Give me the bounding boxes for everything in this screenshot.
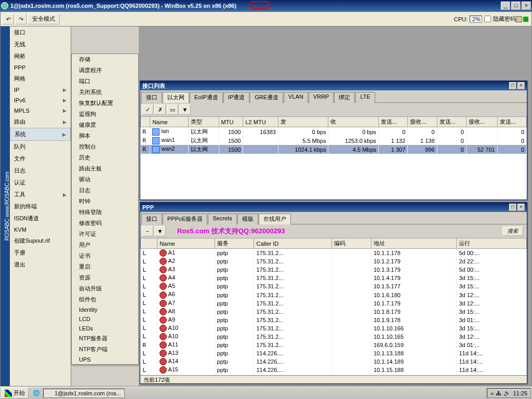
- column-header[interactable]: 发: [278, 117, 328, 127]
- submenu-item-7[interactable]: 脚本: [72, 130, 138, 141]
- submenu-item-5[interactable]: 监视狗: [72, 109, 138, 119]
- ppp-user-row[interactable]: L A17 pptp114.226....10.1.17.18811d 13:.…: [141, 374, 527, 375]
- menu-item-7[interactable]: MPLS▶: [10, 105, 71, 116]
- menu-item-12[interactable]: 日志: [10, 165, 71, 177]
- comment-button[interactable]: ▭: [167, 104, 178, 115]
- submenu-item-13[interactable]: 时钟: [72, 196, 138, 207]
- tray-volume-icon[interactable]: 🔊: [503, 390, 511, 396]
- tray-chevron-icon[interactable]: «: [490, 390, 494, 396]
- submenu-item-12[interactable]: 日志: [72, 185, 138, 196]
- ppp-tab-0[interactable]: 接口: [141, 214, 162, 224]
- ppp-user-row[interactable]: L A3 pptp175.31.2...10.1.3.1795d 00:...: [141, 265, 527, 274]
- column-header[interactable]: 编码: [331, 238, 371, 249]
- submenu-item-17[interactable]: 用户: [72, 240, 138, 250]
- iface-tab-3[interactable]: IP通道: [223, 92, 249, 103]
- ppp-user-row[interactable]: L A14 pptp114.226....10.1.14.18911d 14:.…: [141, 357, 527, 366]
- column-header[interactable]: 地址: [371, 238, 457, 249]
- ppp-filter-button[interactable]: ▼: [154, 226, 166, 236]
- column-header[interactable]: L2 MTU: [243, 117, 278, 127]
- column-header[interactable]: 运行: [457, 238, 527, 249]
- menu-item-4[interactable]: 网格: [10, 73, 71, 85]
- submenu-item-3[interactable]: 关闭系统: [72, 87, 138, 98]
- column-header[interactable]: Name: [150, 117, 188, 127]
- submenu-item-11[interactable]: 驱动: [72, 174, 138, 185]
- submenu-item-26[interactable]: NTP服务器: [72, 333, 138, 344]
- menu-item-20[interactable]: 退出: [10, 259, 71, 271]
- menu-item-5[interactable]: IP▶: [10, 85, 71, 95]
- winbox-task-button[interactable]: 1@jsdx1.roslm.com (ros...: [43, 389, 125, 398]
- submenu-item-25[interactable]: LEDs: [72, 324, 138, 333]
- submenu-item-2[interactable]: 端口: [72, 76, 138, 87]
- submenu-item-9[interactable]: 历史: [72, 152, 138, 163]
- menu-item-17[interactable]: KVM: [10, 224, 71, 235]
- submenu-item-18[interactable]: 证书: [72, 250, 138, 261]
- column-header[interactable]: MTU: [219, 117, 243, 127]
- submenu-item-14[interactable]: 特殊登陆: [72, 207, 138, 218]
- menu-item-16[interactable]: ISDN通道: [10, 212, 71, 224]
- ppp-table-scroll[interactable]: Name服务Caller ID编码地址运行 L A1 pptp175.31.2.…: [140, 238, 527, 375]
- ppp-user-row[interactable]: L A15 pptp114.226....10.1.15.18811d 14:.…: [141, 366, 527, 374]
- column-header[interactable]: 接收...: [408, 117, 437, 127]
- redo-button[interactable]: ↷: [15, 14, 26, 24]
- column-header[interactable]: 收: [328, 117, 379, 127]
- submenu-item-0[interactable]: 存储: [72, 54, 138, 65]
- submenu-item-1[interactable]: 调度程序: [72, 65, 138, 76]
- ppp-tab-1[interactable]: PPPoE服务器: [163, 214, 207, 224]
- hidepass-checkbox[interactable]: [484, 16, 491, 22]
- column-header[interactable]: 发送...: [497, 117, 526, 127]
- iface-tab-5[interactable]: VLAN: [284, 92, 308, 103]
- menu-item-11[interactable]: 文件: [10, 153, 71, 165]
- menu-item-3[interactable]: PPP: [10, 62, 71, 73]
- ppp-user-row[interactable]: L A4 pptp175.31.2...10.1.4.1793d 15:...: [141, 274, 527, 282]
- ppp-user-row[interactable]: R A11 pptp175.31.2...169.6.0.1593d 01:..…: [141, 341, 527, 349]
- submenu-item-22[interactable]: 组件包: [72, 294, 138, 305]
- iface-tab-4[interactable]: GRE通道: [250, 92, 283, 103]
- submenu-item-6[interactable]: 健康度: [72, 119, 138, 130]
- undo-button[interactable]: ↶: [3, 14, 14, 24]
- submenu-item-23[interactable]: Identity: [72, 305, 138, 314]
- ppp-user-row[interactable]: L A1 pptp175.31.2...10.1.1.1785d 00:...: [141, 249, 527, 258]
- start-button[interactable]: 开始: [1, 388, 29, 398]
- column-header[interactable]: 发送...: [437, 117, 466, 127]
- ppp-maximize-button[interactable]: □: [509, 204, 516, 211]
- column-header[interactable]: 发送...: [379, 117, 408, 127]
- inwin-close-button[interactable]: ×: [517, 82, 525, 89]
- column-header[interactable]: Caller ID: [254, 238, 332, 249]
- menu-item-1[interactable]: 无线: [10, 38, 71, 50]
- submenu-item-19[interactable]: 重启: [72, 261, 138, 272]
- ppp-user-row[interactable]: L A2 pptp175.31.2...10.1.2.1792d 22:...: [141, 257, 527, 265]
- column-header[interactable]: 类型: [188, 117, 219, 127]
- submenu-item-27[interactable]: NTP客户端: [72, 344, 138, 355]
- system-tray[interactable]: « 🖧 🔊 11:25: [487, 388, 531, 398]
- menu-item-0[interactable]: 接口: [10, 26, 71, 38]
- submenu-item-24[interactable]: LCD: [72, 314, 138, 324]
- ppp-titlebar[interactable]: PPP □ ×: [140, 203, 527, 212]
- interface-row[interactable]: R wan1 以太网1500 5.5 Mbps1253.0 kbps 1 132…: [141, 136, 527, 145]
- submenu-item-8[interactable]: 控制台: [72, 141, 138, 152]
- menu-item-13[interactable]: 认证: [10, 177, 71, 189]
- submenu-item-16[interactable]: 许可证: [72, 229, 138, 240]
- submenu-item-20[interactable]: 资源: [72, 272, 138, 283]
- interface-row[interactable]: R lan 以太网150016383 0 bps0 bps 000 0: [141, 127, 527, 137]
- filter-button[interactable]: ▼: [179, 104, 191, 115]
- iface-tab-2[interactable]: EoIP通道: [190, 92, 223, 103]
- menu-item-19[interactable]: 手册: [10, 247, 71, 259]
- tray-network-icon[interactable]: 🖧: [496, 390, 501, 396]
- column-header[interactable]: 服务: [215, 238, 254, 249]
- disable-button[interactable]: ✗: [154, 104, 166, 115]
- menu-item-10[interactable]: 队列: [10, 141, 71, 153]
- ppp-tab-3[interactable]: 模版: [237, 214, 258, 224]
- submenu-item-15[interactable]: 修改密码: [72, 218, 138, 229]
- ie-quicklaunch-icon[interactable]: 🌐: [31, 388, 42, 398]
- safemode-button[interactable]: 安全模式: [28, 14, 60, 24]
- column-header[interactable]: 接收...: [466, 117, 497, 127]
- iface-tab-8[interactable]: LTE: [355, 92, 375, 103]
- column-header[interactable]: [141, 117, 150, 127]
- menu-item-8[interactable]: 路由▶: [10, 116, 71, 128]
- find-button[interactable]: 搜索: [502, 227, 523, 236]
- column-header[interactable]: Name: [157, 238, 215, 249]
- submenu-item-4[interactable]: 恢复默认配置: [72, 98, 138, 109]
- maximize-button[interactable]: □: [511, 2, 521, 10]
- iface-tab-0[interactable]: 接口: [141, 92, 162, 103]
- ppp-user-row[interactable]: L A13 pptp114.226....10.1.13.18811d 14:.…: [141, 349, 527, 357]
